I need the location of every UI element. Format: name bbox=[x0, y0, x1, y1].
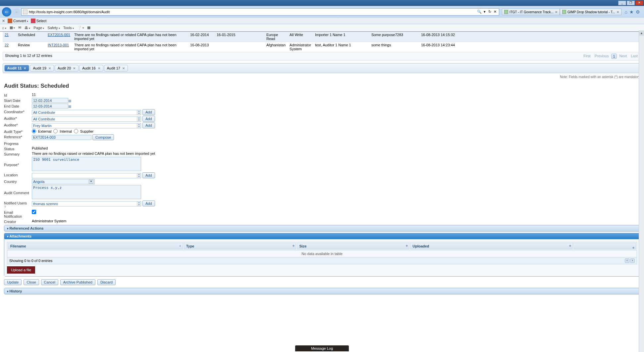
pager-current[interactable]: 1 bbox=[611, 54, 617, 59]
pager-prev[interactable]: Previous bbox=[593, 54, 610, 59]
tab-close-icon[interactable]: ✕ bbox=[24, 66, 26, 70]
home-icon[interactable]: ⌂ bbox=[625, 9, 627, 15]
convert-icon bbox=[8, 19, 12, 23]
mail-icon[interactable]: ✉ bbox=[18, 25, 21, 30]
coordinator-label: Coordinator* bbox=[4, 109, 30, 114]
col-uploaded[interactable]: Uploaded◆ bbox=[410, 243, 573, 249]
row-ref-link[interactable]: EXT2015-001 bbox=[48, 33, 70, 37]
window-minimize-button[interactable]: _ bbox=[618, 1, 626, 5]
pager-next[interactable]: Next bbox=[618, 54, 628, 59]
start-date-input[interactable] bbox=[32, 98, 68, 103]
attachments-header[interactable]: Attachments bbox=[4, 233, 640, 239]
table-row[interactable]: 22 Review INT2013-001 There are no findi… bbox=[3, 42, 641, 52]
coordinator-add-button[interactable]: Add bbox=[142, 109, 155, 115]
help-menu[interactable]: ❔ bbox=[77, 25, 84, 30]
search-icon[interactable]: 🔍 bbox=[477, 10, 482, 14]
compose-button[interactable]: Compose bbox=[92, 134, 114, 140]
tab-close-icon[interactable]: ✕ bbox=[555, 10, 558, 14]
comment-textarea[interactable]: Process x,y,z bbox=[32, 185, 141, 199]
back-button[interactable]: ← bbox=[2, 7, 11, 17]
att-next-icon[interactable]: › bbox=[630, 258, 635, 263]
reference-label: Reference* bbox=[4, 134, 30, 139]
tab-close-icon[interactable]: ✕ bbox=[48, 66, 51, 70]
safety-menu[interactable]: Safety bbox=[47, 26, 60, 30]
browser-tab-itgt[interactable]: ITGT - IT Governance Track... ✕ bbox=[502, 9, 560, 15]
calendar-icon[interactable]: ▦ bbox=[68, 105, 72, 109]
window-close-button[interactable]: ✕ bbox=[635, 1, 643, 5]
scroll-up-icon[interactable]: ▲ bbox=[639, 30, 644, 36]
tab-audit-20[interactable]: Audit 20✕ bbox=[55, 65, 79, 71]
calendar-icon[interactable]: ▦ bbox=[68, 99, 72, 103]
convert-button[interactable]: Convert bbox=[8, 19, 28, 23]
url-input[interactable] bbox=[29, 10, 476, 14]
tab-close-icon[interactable]: ✕ bbox=[617, 10, 619, 14]
type-internal-radio[interactable] bbox=[53, 129, 58, 133]
auditee-add-button[interactable]: Add bbox=[142, 122, 155, 128]
end-date-input[interactable] bbox=[32, 104, 68, 109]
forward-button[interactable]: → bbox=[13, 8, 20, 16]
notified-add-button[interactable]: Add bbox=[142, 200, 155, 206]
browser-tab-gimp[interactable]: GIMP Drop Shadow tutorial - T... ✕ bbox=[560, 9, 621, 15]
reference-input[interactable] bbox=[32, 135, 91, 140]
coordinator-select[interactable]: All Contribute▲▼ bbox=[32, 110, 141, 115]
print-menu[interactable]: 🖶 bbox=[25, 26, 30, 30]
feeds-menu[interactable]: ▦ bbox=[10, 25, 15, 30]
notified-select[interactable]: thomas szemro▲▼ bbox=[32, 201, 141, 206]
settings-gear-icon[interactable]: ⚙ bbox=[636, 9, 640, 15]
page-menu[interactable]: Page bbox=[33, 26, 44, 30]
col-type[interactable]: Type◆ bbox=[184, 243, 296, 249]
vertical-scrollbar[interactable]: ▲ bbox=[639, 30, 644, 347]
stop-icon[interactable]: ✕ bbox=[493, 10, 498, 14]
location-select[interactable]: ▲▼ bbox=[32, 173, 141, 178]
row-date2 bbox=[215, 42, 264, 52]
refresh-icon[interactable]: ↻ bbox=[488, 10, 492, 14]
pager-first[interactable]: First bbox=[582, 54, 592, 59]
toolbar-close-icon[interactable]: ✕ bbox=[2, 19, 5, 23]
email-checkbox[interactable] bbox=[32, 210, 36, 214]
history-header[interactable]: History bbox=[4, 288, 640, 294]
tab-close-icon[interactable]: ✕ bbox=[98, 66, 100, 70]
creator-value: Administrator System bbox=[32, 219, 640, 223]
tab-audit-11[interactable]: Audit 11✕ bbox=[4, 65, 29, 71]
update-button[interactable]: Update bbox=[4, 279, 22, 285]
row-id-link[interactable]: 22 bbox=[5, 43, 9, 47]
auditor-add-button[interactable]: Add bbox=[142, 116, 155, 122]
tab-audit-16[interactable]: Audit 16✕ bbox=[79, 65, 103, 71]
help-icon[interactable]: ? bbox=[4, 205, 6, 209]
col-size[interactable]: Size◆ bbox=[297, 243, 409, 249]
tab-close-icon[interactable]: ✕ bbox=[73, 66, 76, 70]
upload-file-button[interactable]: Upload a file bbox=[7, 266, 35, 274]
discard-button[interactable]: Discard bbox=[97, 279, 116, 285]
type-supplier-radio[interactable] bbox=[74, 129, 78, 133]
country-select[interactable]: Angola▼ bbox=[32, 179, 95, 184]
audit-form: Id 11 Start Date ▦ End Date ▦ Coordinato… bbox=[3, 93, 641, 224]
row-ref-link[interactable]: INT2013-001 bbox=[48, 43, 69, 47]
tools-menu[interactable]: Tools bbox=[63, 26, 74, 30]
favorites-icon[interactable]: ★ bbox=[629, 9, 634, 15]
col-filename[interactable]: Filename▲ bbox=[8, 243, 183, 249]
dev-tools-icon[interactable]: ▦ bbox=[87, 25, 90, 30]
select-button[interactable]: Select bbox=[31, 19, 47, 23]
location-add-button[interactable]: Add bbox=[142, 172, 155, 178]
message-log[interactable]: Message Log bbox=[295, 345, 349, 347]
table-row[interactable]: 21 Scheduled EXT2015-001 There are no fi… bbox=[3, 32, 641, 42]
auditor-select[interactable]: All Contribute▲▼ bbox=[32, 116, 141, 122]
pager-last[interactable]: Last bbox=[629, 54, 639, 59]
dropdown-icon[interactable]: ▾ bbox=[482, 10, 487, 14]
window-maximize-button[interactable]: ❐ bbox=[627, 1, 635, 5]
tab-audit-19[interactable]: Audit 19✕ bbox=[30, 65, 54, 71]
referenced-actions-header[interactable]: Referenced Actions bbox=[4, 225, 640, 231]
home-menu[interactable]: ⌂ bbox=[2, 26, 6, 30]
archive-button[interactable]: Archive Published bbox=[60, 279, 95, 285]
att-prev-icon[interactable]: ‹ bbox=[625, 258, 629, 263]
tab-close-icon[interactable]: ✕ bbox=[122, 66, 125, 70]
row-id-link[interactable]: 21 bbox=[5, 33, 9, 37]
summary-label: Summary bbox=[4, 152, 30, 156]
auditee-select[interactable]: Frey Martin▲▼ bbox=[32, 123, 141, 128]
close-button[interactable]: Close bbox=[24, 279, 39, 285]
tab-audit-17[interactable]: Audit 17✕ bbox=[104, 65, 128, 71]
purpose-textarea[interactable]: ISO 9001 surveillance bbox=[32, 157, 141, 171]
cancel-button[interactable]: Cancel bbox=[41, 279, 58, 285]
window-titlebar: _ ❐ ✕ bbox=[0, 0, 644, 6]
type-external-radio[interactable] bbox=[32, 129, 36, 133]
